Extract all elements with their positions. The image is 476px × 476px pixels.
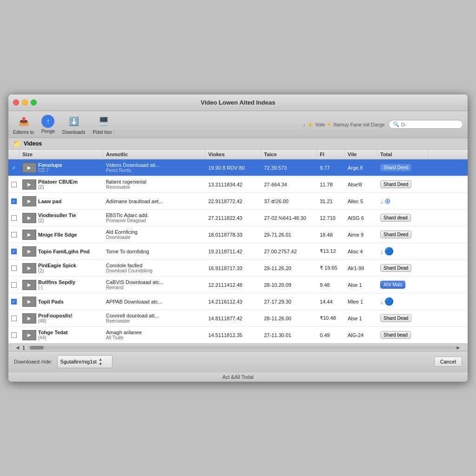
table-row[interactable]: ▶ Butlfins Sepdly (·) CaBVIS Downloaad a… — [8, 277, 468, 293]
row-checkbox[interactable] — [8, 180, 20, 189]
row-fl: 18.48 — [317, 231, 345, 239]
table-row[interactable]: ✓ ▶ Topil Pads APPAB Downloaad atc...14.… — [8, 293, 468, 310]
thumbnail: ▶ — [22, 213, 36, 223]
row-checkbox[interactable]: ✓ — [8, 298, 20, 306]
row-checkbox[interactable] — [8, 281, 20, 289]
shard-button[interactable]: Shard bead — [380, 331, 411, 339]
search-box[interactable]: 🔍 — [389, 120, 463, 129]
row-viokes: 27.2111822.43 — [205, 214, 261, 222]
shard-button[interactable]: Shard dead — [380, 214, 411, 222]
row-vile: Allec 5 — [345, 197, 377, 205]
row-checkbox[interactable]: ✓ — [8, 247, 20, 256]
row-taice: 28-10.20.09 — [261, 281, 317, 289]
row-viokes: 14.8111877.42 — [205, 314, 261, 323]
row-checkbox[interactable]: ✓ — [8, 197, 20, 205]
row-vile: Alse 1 — [345, 314, 377, 323]
table-row[interactable]: ✓ ▶ Foruriups CD 7 Videos Downloaad ati.… — [8, 159, 468, 176]
row-viokes: 14.5111812.35 — [205, 331, 261, 339]
row-action[interactable]: Shard Dead — [377, 313, 429, 324]
row-vile: Alse!8 — [345, 180, 377, 189]
row-taice: 27.00.2757.42 — [261, 247, 317, 256]
table-row[interactable]: ▶ Mnige Flle Sdge Ald EornficingDownloaa… — [8, 226, 468, 243]
row-checkbox[interactable] — [8, 231, 20, 239]
thumbnail: ▶ — [22, 263, 36, 273]
table-row[interactable]: ▶ Pitatoer CBUEm (2) flatient rogenieria… — [8, 176, 468, 193]
window-title: Video Lowen Aited Indeas — [201, 99, 275, 106]
minimize-button[interactable] — [22, 99, 28, 106]
row-taice: 27-664.34 — [261, 180, 317, 189]
row-taice: 37-tt!26.00 — [261, 197, 317, 205]
row-vile: AlSG 6 — [345, 214, 377, 222]
row-name: ▶ Mnige Flle Sdge — [20, 228, 103, 241]
row-checkbox[interactable] — [8, 314, 20, 323]
scroll-thumb — [30, 346, 44, 350]
row-name: ▶ Topil Pads — [20, 295, 103, 308]
table-row[interactable]: ▶ Tohge Tedat (44) Amagh arilaneeAll Tiu… — [8, 327, 468, 344]
row-name: ▶ Laaw pad — [20, 195, 103, 208]
row-action[interactable]: ↓ 🔵 — [377, 296, 429, 307]
shard-button[interactable]: Shard Dead — [380, 314, 411, 322]
col-anmotlic: Anmotlic — [103, 150, 205, 159]
table-row[interactable]: ▶ ProFouposlls! (48) Connrell dounload a… — [8, 310, 468, 327]
table-row[interactable]: ▶ Viodtesuller Tie (2) EBSTic Adarc add.… — [8, 210, 468, 226]
downloads-button[interactable]: ⬇️ Downloads — [62, 114, 85, 135]
row-action[interactable]: Shard Deed — [377, 162, 429, 173]
row-action[interactable]: Shard Deed — [377, 229, 429, 240]
table-row[interactable]: ✓ ▶ Topio FamlLgihs Pnd Tome To dornfidi… — [8, 243, 468, 260]
row-taice: 29-11.26.20 — [261, 264, 317, 272]
thumbnail: ▶ — [22, 230, 36, 240]
table-header: Size Anmotlic Viokes Taice Fl Vile Total — [8, 150, 468, 159]
table-row[interactable]: ▶ PinlEagie Spick (2) Connlole faclledDo… — [8, 260, 468, 277]
shard-button[interactable]: Al'e Mals — [380, 281, 405, 289]
edtems-button[interactable]: 📤 Edtems to — [13, 114, 34, 135]
table-row[interactable]: ✓ ▶ Laaw pad Adiimane brautload aet...22… — [8, 193, 468, 210]
row-name: ▶ ProFouposlls! (48) — [20, 311, 103, 325]
row-desc: Ald EornficingDownloaate — [103, 228, 205, 241]
row-checkbox[interactable] — [8, 264, 20, 272]
row-desc: CaBVIS Downloaad atc...Remand — [103, 278, 205, 291]
row-fl: 31.21 — [317, 197, 345, 205]
pidel-button[interactable]: 🖥️ Pidel tion : — [93, 114, 114, 135]
row-fl: ₹ 19.65 — [317, 264, 345, 272]
shard-button[interactable]: Shard Deed — [380, 231, 411, 238]
downloads-icon: ⬇️ — [66, 114, 81, 129]
scroll-track — [28, 346, 456, 350]
row-action[interactable]: ↓ ⊕ — [377, 195, 429, 207]
row-desc: Adiimane brautload aet... — [103, 197, 205, 205]
row-checkbox[interactable]: ✓ — [8, 164, 20, 172]
scroll-right[interactable]: ▶ — [456, 345, 460, 350]
maximize-button[interactable] — [31, 99, 37, 106]
col-check — [8, 150, 20, 159]
row-taice: 27-17.29.30 — [261, 298, 317, 306]
plus-circle-icon: ⊕ — [384, 197, 390, 205]
row-action[interactable]: ↓ 🔵 — [377, 245, 429, 257]
row-checkbox[interactable] — [8, 214, 20, 222]
row-checkbox[interactable] — [8, 331, 20, 339]
penge-button[interactable]: ↑ Penge — [41, 115, 55, 134]
row-fl: 9.77 — [317, 164, 345, 172]
row-name: ▶ PinlEagie Spick (2) — [20, 261, 103, 275]
row-action[interactable]: Shard bead — [377, 330, 429, 340]
close-button[interactable] — [13, 99, 19, 106]
download-select[interactable]: Sgutallinr/nig1st ▲ ▼ — [57, 355, 112, 368]
row-action[interactable]: Shard Deed — [377, 179, 429, 190]
row-desc: EBSTic Adarc add.Pronaove Deagoad — [103, 211, 205, 225]
row-viokes: 13.2111834.42 — [205, 180, 261, 189]
search-input[interactable] — [401, 122, 462, 127]
col-vile: Vile — [345, 150, 377, 159]
row-viokes: 14.2116112.43 — [205, 298, 261, 306]
cancel-button[interactable]: Cancel — [434, 357, 462, 367]
scroll-left[interactable]: ◀ — [16, 345, 20, 350]
sort-label: Vole — [315, 122, 325, 127]
sort-arrow-down[interactable]: ↓ — [303, 122, 305, 127]
row-action[interactable]: Shard Dead — [377, 263, 429, 273]
row-fl: 9.48 — [317, 281, 345, 289]
folder-label: Videos — [24, 140, 42, 147]
row-name: ▶ Tohge Tedat (44) — [20, 328, 103, 342]
row-desc: flatient rogenierialReorouatee — [103, 178, 205, 191]
row-action[interactable]: Al'e Mals — [377, 279, 429, 290]
row-action[interactable]: Shard dead — [377, 212, 429, 223]
shard-button[interactable]: Shard Deed — [380, 164, 411, 172]
shard-button[interactable]: Shard Deed — [380, 180, 411, 188]
shard-button[interactable]: Shard Dead — [380, 264, 411, 272]
